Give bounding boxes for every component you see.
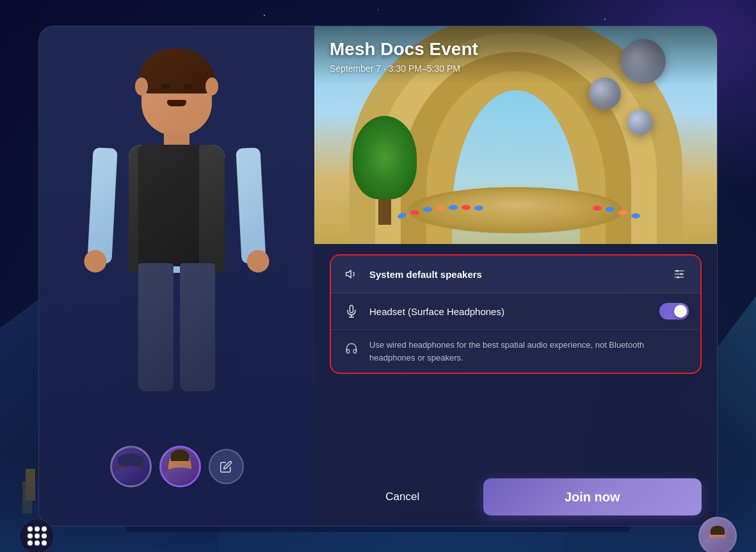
edit-avatar-button[interactable] [209,449,244,484]
tree-foliage [353,116,417,199]
speaker-row: System default speakers [331,256,700,293]
action-buttons: Cancel Join now [330,478,702,515]
avatar-hand-right [246,250,270,273]
avatar-vest-right [199,145,225,273]
event-title: Mesh Docs Event [330,39,702,60]
cancel-button[interactable]: Cancel [330,478,476,515]
avatar-mustache [167,100,186,106]
headset-toggle[interactable] [659,303,689,320]
svg-point-6 [677,276,679,278]
avatar-eye-left [161,84,170,89]
join-now-button[interactable]: Join now [483,478,702,515]
headset-row: Headset (Surface Headphones) [331,293,700,330]
avatar-option-1[interactable] [110,446,152,487]
avatar-leg-right [180,263,215,391]
stage-dots [378,161,653,225]
apps-button[interactable] [19,519,54,553]
avatar-panel [39,26,314,526]
controls-panel: System default speakers [314,244,717,526]
right-panel: Mesh Docs Event September 7 · 3:30 PM–5:… [314,26,717,526]
headphones-info-icon [342,339,360,357]
avatar-arm-right [236,147,266,264]
apps-grid-icon [28,526,47,546]
user-avatar-button[interactable] [698,517,737,552]
avatar-figure [81,26,273,436]
event-date: September 7 · 3:30 PM–5:30 PM [330,63,702,74]
tree-left [353,116,417,218]
svg-marker-0 [346,270,351,278]
avatar-head [141,58,212,135]
svg-point-5 [680,273,682,275]
audio-settings-box: System default speakers [330,254,702,374]
avatar-pants [135,263,218,391]
avatar-ear-left [135,77,148,95]
event-info-overlay: Mesh Docs Event September 7 · 3:30 PM–5:… [314,26,717,84]
floating-sphere-3 [627,110,653,135]
avatar-leg-left [138,263,173,391]
bottom-bar [0,520,756,552]
avatar-arm-left [87,147,117,264]
avatar-hand-left [84,250,108,273]
microphone-icon [342,302,360,320]
info-row: Use wired headphones for the best spatia… [331,330,700,373]
info-text: Use wired headphones for the best spatia… [369,339,689,364]
pencil-icon [220,460,232,473]
audio-settings-button[interactable] [670,264,689,284]
event-preview: Mesh Docs Event September 7 · 3:30 PM–5:… [314,26,717,244]
sliders-icon [673,268,686,280]
speaker-icon [342,265,360,283]
tree-trunk [378,199,391,225]
avatar-selector-bar [110,446,244,487]
main-card: Mesh Docs Event September 7 · 3:30 PM–5:… [38,26,718,526]
headset-label: Headset (Surface Headphones) [369,306,659,317]
avatar-hair [138,49,215,93]
avatar-vest [129,145,225,273]
svg-point-4 [676,270,678,272]
avatar-ear-right [205,77,218,95]
avatar-option-2[interactable] [159,446,201,487]
speaker-label: System default speakers [369,269,670,280]
avatar-eye-right [184,84,193,89]
